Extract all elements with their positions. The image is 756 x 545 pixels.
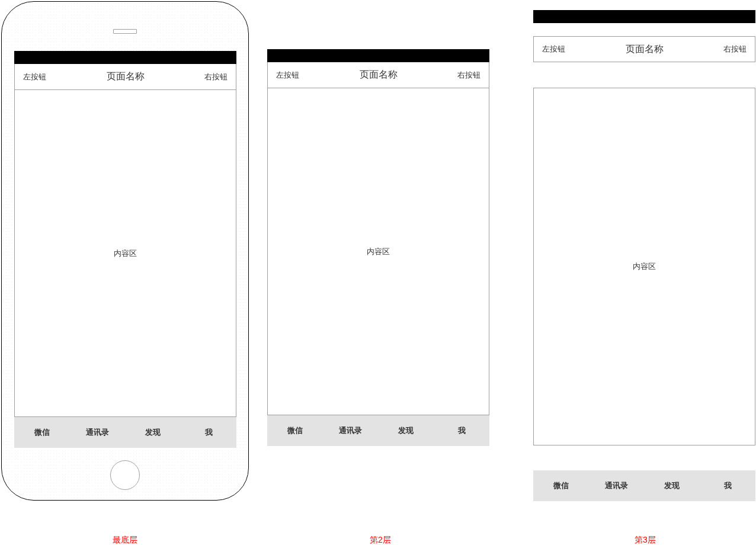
content-area: 内容区 — [533, 88, 755, 445]
tab-contacts[interactable]: 通讯录 — [323, 425, 379, 436]
content-label: 内容区 — [633, 261, 656, 272]
nav-right-button[interactable]: 右按钮 — [457, 70, 480, 81]
tab-bar: 微信 通讯录 发现 我 — [14, 417, 236, 448]
content-label: 内容区 — [114, 248, 137, 259]
tab-me[interactable]: 我 — [181, 427, 236, 438]
phone-frame: 左按钮 页面名称 右按钮 内容区 微信 通讯录 发现 我 — [1, 1, 249, 501]
nav-right-button[interactable]: 右按钮 — [723, 44, 747, 54]
nav-left-button[interactable]: 左按钮 — [276, 70, 299, 81]
content-area: 内容区 — [267, 88, 489, 415]
tab-wechat[interactable]: 微信 — [533, 480, 589, 491]
tab-contacts[interactable]: 通讯录 — [589, 480, 645, 491]
tab-bar: 微信 通讯录 发现 我 — [267, 415, 489, 446]
status-bar — [533, 10, 755, 23]
tab-bar: 微信 通讯录 发现 我 — [533, 470, 755, 501]
nav-bar: 左按钮 页面名称 右按钮 — [267, 62, 489, 88]
phone-earpiece — [113, 29, 137, 34]
nav-title: 页面名称 — [626, 43, 664, 56]
caption-layer3: 第3层 — [635, 535, 656, 545]
content-label: 内容区 — [367, 246, 390, 257]
layer2-screen: 左按钮 页面名称 右按钮 内容区 微信 通讯录 发现 我 — [267, 49, 489, 446]
tab-discover[interactable]: 发现 — [379, 425, 434, 436]
nav-bar: 左按钮 页面名称 右按钮 — [14, 64, 236, 90]
tab-discover[interactable]: 发现 — [126, 427, 181, 438]
tab-wechat[interactable]: 微信 — [267, 425, 323, 436]
tab-me[interactable]: 我 — [434, 425, 489, 436]
caption-layer2: 第2层 — [370, 535, 391, 545]
nav-left-button[interactable]: 左按钮 — [23, 72, 46, 82]
nav-left-button[interactable]: 左按钮 — [542, 44, 565, 54]
tab-wechat[interactable]: 微信 — [14, 427, 70, 438]
nav-right-button[interactable]: 右按钮 — [204, 72, 228, 82]
nav-bar: 左按钮 页面名称 右按钮 — [533, 36, 755, 62]
phone-home-button[interactable] — [110, 460, 140, 490]
content-area: 内容区 — [14, 90, 236, 417]
caption-layer1: 最底层 — [113, 535, 137, 545]
tab-contacts[interactable]: 通讯录 — [70, 427, 126, 438]
tab-me[interactable]: 我 — [700, 480, 755, 491]
status-bar — [14, 51, 236, 64]
status-bar — [267, 49, 489, 62]
nav-title: 页面名称 — [107, 70, 145, 83]
layer1-screen: 左按钮 页面名称 右按钮 内容区 微信 通讯录 发现 我 — [14, 51, 236, 448]
nav-title: 页面名称 — [360, 69, 398, 81]
tab-discover[interactable]: 发现 — [645, 480, 700, 491]
